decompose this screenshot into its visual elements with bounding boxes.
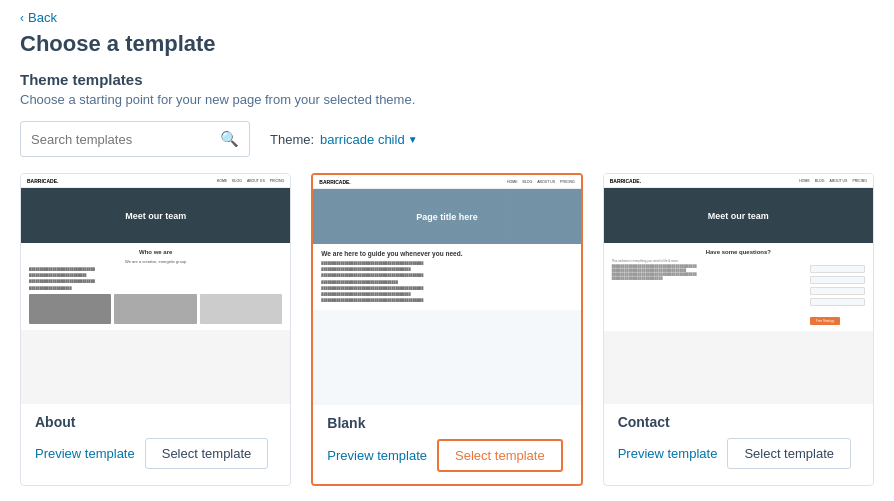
preview-hero-blank: Page title here: [313, 189, 580, 244]
template-footer-about: About Preview template Select template: [21, 404, 290, 481]
theme-dropdown[interactable]: barricade child ▼: [320, 132, 417, 147]
preview-nav-links-blank: HOME BLOG ABOUT US PRICING: [507, 180, 575, 184]
section-title: Theme templates: [20, 71, 874, 88]
preview-template-about-button[interactable]: Preview template: [35, 446, 135, 461]
page-title: Choose a template: [20, 31, 874, 57]
preview-nav-blank: BARRICADE. HOME BLOG ABOUT US PRICING: [313, 175, 580, 189]
theme-selector: Theme: barricade child ▼: [270, 132, 418, 147]
template-preview-contact: BARRICADE. HOME BLOG ABOUT US PRICING Me…: [604, 174, 873, 404]
search-input[interactable]: [31, 132, 216, 147]
theme-value-text: barricade child: [320, 132, 405, 147]
preview-body: Who we are We are a creative, energetic …: [21, 243, 290, 330]
back-chevron-icon: ‹: [20, 11, 24, 25]
search-icon[interactable]: 🔍: [220, 130, 239, 148]
preview-nav-contact: BARRICADE. HOME BLOG ABOUT US PRICING: [604, 174, 873, 188]
template-preview-about: BARRICADE. HOME BLOG ABOUT US PRICING Me…: [21, 174, 290, 404]
search-box[interactable]: 🔍: [20, 121, 250, 157]
template-name-blank: Blank: [327, 415, 566, 431]
back-label: Back: [28, 10, 57, 25]
chevron-down-icon: ▼: [408, 134, 418, 145]
select-template-contact-button[interactable]: Select template: [727, 438, 851, 469]
select-template-about-button[interactable]: Select template: [145, 438, 269, 469]
preview-template-blank-button[interactable]: Preview template: [327, 448, 427, 463]
template-preview-blank: BARRICADE. HOME BLOG ABOUT US PRICING Pa…: [313, 175, 580, 405]
template-footer-contact: Contact Preview template Select template: [604, 404, 873, 481]
template-actions-about: Preview template Select template: [35, 438, 276, 469]
preview-nav-links: HOME BLOG ABOUT US PRICING: [217, 179, 285, 183]
preview-logo-blank: BARRICADE.: [319, 179, 350, 185]
template-name-about: About: [35, 414, 276, 430]
template-actions-contact: Preview template Select template: [618, 438, 859, 469]
preview-nav: BARRICADE. HOME BLOG ABOUT US PRICING: [21, 174, 290, 188]
page-container: ‹ Back Choose a template Theme templates…: [0, 0, 894, 501]
preview-nav-links-contact: HOME BLOG ABOUT US PRICING: [799, 179, 867, 183]
template-footer-blank: Blank Preview template Select template: [313, 405, 580, 484]
template-name-contact: Contact: [618, 414, 859, 430]
preview-content-blank: We are here to guide you whenever you ne…: [313, 244, 580, 310]
preview-hero: Meet our team: [21, 188, 290, 243]
section-description: Choose a starting point for your new pag…: [20, 92, 874, 107]
back-link[interactable]: ‹ Back: [20, 10, 874, 25]
template-actions-blank: Preview template Select template: [327, 439, 566, 472]
template-card-contact: BARRICADE. HOME BLOG ABOUT US PRICING Me…: [603, 173, 874, 486]
preview-template-contact-button[interactable]: Preview template: [618, 446, 718, 461]
template-card-about: BARRICADE. HOME BLOG ABOUT US PRICING Me…: [20, 173, 291, 486]
preview-logo: BARRICADE.: [27, 178, 58, 184]
templates-grid: BARRICADE. HOME BLOG ABOUT US PRICING Me…: [20, 173, 874, 486]
select-template-blank-button[interactable]: Select template: [437, 439, 563, 472]
preview-hero-contact: Meet our team: [604, 188, 873, 243]
preview-logo-contact: BARRICADE.: [610, 178, 641, 184]
toolbar: 🔍 Theme: barricade child ▼: [20, 121, 874, 157]
theme-label: Theme:: [270, 132, 314, 147]
preview-body-contact: Have some questions? This webinar is eve…: [604, 243, 873, 331]
template-card-blank: BARRICADE. HOME BLOG ABOUT US PRICING Pa…: [311, 173, 582, 486]
